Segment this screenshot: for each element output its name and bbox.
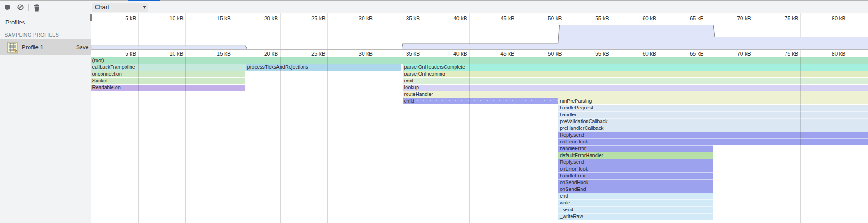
svg-text:%: % bbox=[13, 48, 17, 53]
